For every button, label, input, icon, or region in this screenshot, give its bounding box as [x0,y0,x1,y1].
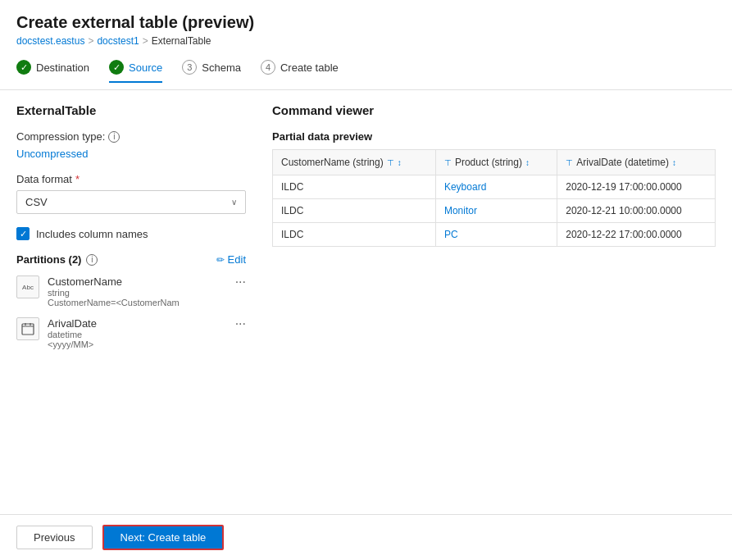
breadcrumb-sep-2: > [143,35,148,47]
content-area: ExternalTable Compression type: i Uncomp… [0,90,732,514]
breadcrumb-sep-1: > [88,35,93,47]
command-viewer-title: Command viewer [272,103,716,117]
data-format-select[interactable]: CSV ∨ [16,190,246,214]
includes-column-names-label: Includes column names [36,228,148,240]
arivaldate-sort-icon: ↕ [672,158,676,167]
schema-number-icon: 3 [182,60,197,75]
breadcrumb-server[interactable]: docstest.eastus [16,35,84,47]
includes-column-names-checkbox[interactable]: ✓ [16,227,30,240]
source-check-icon: ✓ [109,60,124,75]
breadcrumb-database[interactable]: docstest1 [97,35,139,47]
partition-string-icon: Abc [16,275,39,298]
wizard-step-schema-label: Schema [202,61,241,74]
data-preview-table: CustomerName (string) ⊤ ↕ ⊤ Product (str… [272,149,716,247]
svg-rect-0 [22,324,34,335]
wizard-step-source-label: Source [129,61,162,74]
footer: Previous Next: Create table [0,514,732,560]
partition-customername-type: string [48,288,227,298]
breadcrumb-current: ExternalTable [152,35,211,47]
next-create-table-button[interactable]: Next: Create table [102,525,225,550]
wizard-step-source[interactable]: ✓ Source [109,60,162,83]
partition-customername-value: CustomerName=<CustomerNam [48,298,227,307]
partition-arivaldate-type: datetime [48,330,227,339]
partitions-info-icon: i [86,254,98,266]
table-row: ILDC PC 2020-12-22 17:00:00.0000 [273,223,716,247]
compression-label: Compression type: i [16,130,246,143]
cell-customer-1: ILDC [273,175,436,199]
data-format-value: CSV [25,196,48,208]
previous-button[interactable]: Previous [16,526,93,549]
right-panel: Command viewer Partial data preview Cust… [272,103,716,501]
cell-date-3: 2020-12-22 17:00:00.0000 [557,223,716,247]
compression-info-icon: i [108,131,120,143]
compression-field-group: Compression type: i Uncompressed [16,130,246,160]
chevron-down-icon: ∨ [231,198,237,207]
column-header-arivaldate[interactable]: ⊤ ArivalDate (datetime) ↕ [557,150,716,175]
create-table-number-icon: 4 [261,60,275,75]
table-row: ILDC Monitor 2020-12-21 10:00:00.0000 [273,199,716,223]
cell-product-1: Keyboard [435,175,557,199]
data-format-field-group: Data format * CSV ∨ [16,173,246,214]
checkbox-check-icon: ✓ [20,229,27,239]
partition-arivaldate-name: ArivalDate [48,317,227,330]
partition-arivaldate-value: <yyyy/MM> [48,339,227,349]
left-panel: ExternalTable Compression type: i Uncomp… [16,103,246,501]
arivaldate-filter-icon: ⊤ [566,158,573,167]
page-title: Create external table (preview) [16,13,716,32]
page-header: Create external table (preview) docstest… [0,0,732,53]
cell-customer-3: ILDC [273,223,436,247]
table-row: ILDC Keyboard 2020-12-19 17:00:00.0000 [273,175,716,199]
partition-item-arivaldate: ArivalDate datetime <yyyy/MM> ··· [16,317,246,349]
includes-column-names-row[interactable]: ✓ Includes column names [16,227,246,240]
data-format-label: Data format * [16,173,246,185]
product-sort-icon: ↕ [525,158,530,167]
customername-sort-icon: ↕ [398,158,402,167]
partition-arivaldate-menu-icon[interactable]: ··· [235,317,246,330]
cell-date-1: 2020-12-19 17:00:00.0000 [557,175,716,199]
partitions-header: Partitions (2) i ✏ Edit [16,253,246,266]
wizard-step-destination-label: Destination [36,61,89,74]
wizard-steps: ✓ Destination ✓ Source 3 Schema 4 Create… [0,53,732,90]
customername-filter-icon: ⊤ [387,158,394,167]
partition-datetime-icon [16,317,39,340]
partitions-edit-button[interactable]: ✏ Edit [216,253,246,266]
partitions-title: Partitions (2) [16,253,81,266]
section-title: ExternalTable [16,103,246,117]
partition-customername-details: CustomerName string CustomerName=<Custom… [48,275,227,307]
partition-customername-name: CustomerName [48,275,227,288]
data-format-required: * [75,173,80,185]
cell-product-3: PC [435,223,557,247]
wizard-step-schema[interactable]: 3 Schema [182,60,241,83]
partition-arivaldate-details: ArivalDate datetime <yyyy/MM> [48,317,227,349]
partition-customername-menu-icon[interactable]: ··· [235,275,246,289]
wizard-step-destination[interactable]: ✓ Destination [16,60,89,83]
preview-title: Partial data preview [272,130,716,143]
column-header-product[interactable]: ⊤ Product (string) ↕ [435,150,557,175]
wizard-step-create-table-label: Create table [280,61,339,74]
compression-value: Uncompressed [16,148,246,160]
partition-item-customername: Abc CustomerName string CustomerName=<Cu… [16,275,246,307]
cell-product-2: Monitor [435,199,557,223]
breadcrumb: docstest.eastus > docstest1 > ExternalTa… [16,35,716,47]
wizard-step-create-table[interactable]: 4 Create table [261,60,339,83]
cell-date-2: 2020-12-21 10:00:00.0000 [557,199,716,223]
product-filter-icon: ⊤ [444,158,452,167]
cell-customer-2: ILDC [273,199,436,223]
destination-check-icon: ✓ [16,60,31,75]
edit-pencil-icon: ✏ [216,254,225,266]
column-header-customername[interactable]: CustomerName (string) ⊤ ↕ [273,150,436,175]
